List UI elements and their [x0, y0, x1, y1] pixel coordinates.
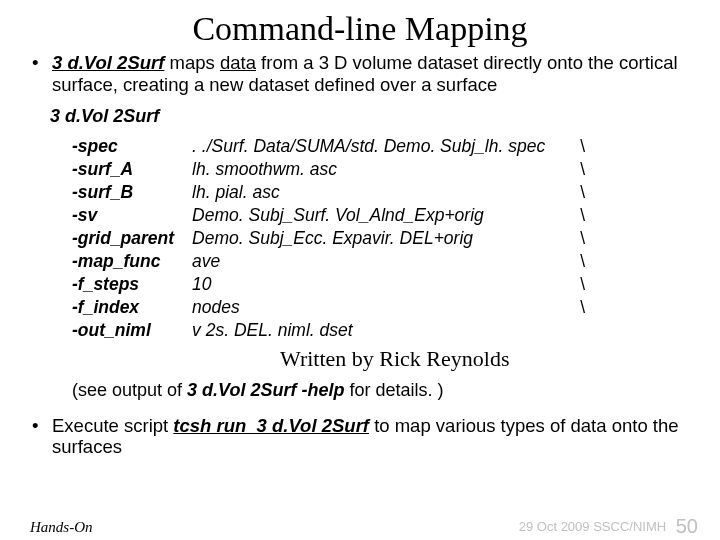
bullet-2: Execute script tcsh run_3 d.Vol 2Surf to… [32, 415, 698, 459]
table-row: -surf_Alh. smoothwm. asc\ [72, 158, 585, 181]
slide-title: Command-line Mapping [0, 10, 720, 48]
see-output-line: (see output of 3 d.Vol 2Surf -help for d… [72, 380, 720, 401]
command-table: -spec. ./Surf. Data/SUMA/std. Demo. Subj… [72, 135, 585, 342]
see-pre: (see output of [72, 380, 187, 400]
flag: -spec [72, 135, 192, 158]
bullet-list-2: Execute script tcsh run_3 d.Vol 2Surf to… [32, 415, 698, 459]
line-continuation [569, 319, 585, 342]
flag-value: lh. pial. asc [192, 181, 569, 204]
footer-left: Hands-On [30, 519, 93, 536]
table-row: -spec. ./Surf. Data/SUMA/std. Demo. Subj… [72, 135, 585, 158]
line-continuation: \ [569, 158, 585, 181]
b1-data: data [220, 52, 256, 73]
bullet-list: 3 d.Vol 2Surf maps data from a 3 D volum… [32, 52, 698, 96]
flag-value: . ./Surf. Data/SUMA/std. Demo. Subj_lh. … [192, 135, 569, 158]
flag-value: Demo. Subj_Surf. Vol_Alnd_Exp+orig [192, 204, 569, 227]
table-row: -map_funcave\ [72, 250, 585, 273]
flag-value: nodes [192, 296, 569, 319]
table-row: -grid_parentDemo. Subj_Ecc. Expavir. DEL… [72, 227, 585, 250]
flag-value: Demo. Subj_Ecc. Expavir. DEL+orig [192, 227, 569, 250]
flag-value: 10 [192, 273, 569, 296]
table-row: -f_indexnodes\ [72, 296, 585, 319]
line-continuation: \ [569, 227, 585, 250]
command-head: 3 d.Vol 2Surf [50, 106, 720, 127]
page-number: 50 [676, 515, 698, 537]
flag: -surf_A [72, 158, 192, 181]
see-cmd: 3 d.Vol 2Surf -help [187, 380, 344, 400]
flag: -out_niml [72, 319, 192, 342]
flag-value: ave [192, 250, 569, 273]
b2-script: tcsh run_3 d.Vol 2Surf [173, 415, 369, 436]
see-post: for details. ) [344, 380, 443, 400]
footer-date: 29 Oct 2009 SSCC/NIMH [519, 519, 666, 534]
line-continuation: \ [569, 296, 585, 319]
table-row: -svDemo. Subj_Surf. Vol_Alnd_Exp+orig\ [72, 204, 585, 227]
flag: -f_steps [72, 273, 192, 296]
flag: -sv [72, 204, 192, 227]
flag: -grid_parent [72, 227, 192, 250]
table-row: -f_steps10\ [72, 273, 585, 296]
author-line: Written by Rick Reynolds [280, 346, 720, 372]
line-continuation: \ [569, 135, 585, 158]
line-continuation: \ [569, 273, 585, 296]
line-continuation: \ [569, 250, 585, 273]
table-row: -out_nimlv 2s. DEL. niml. dset [72, 319, 585, 342]
b2-pre: Execute script [52, 415, 173, 436]
cmd-name-1: 3 d.Vol 2Surf [52, 52, 164, 73]
command-block: 3 d.Vol 2Surf -spec. ./Surf. Data/SUMA/s… [50, 106, 720, 342]
line-continuation: \ [569, 181, 585, 204]
slide: Command-line Mapping 3 d.Vol 2Surf maps … [0, 10, 720, 540]
flag: -map_func [72, 250, 192, 273]
flag: -surf_B [72, 181, 192, 204]
line-continuation: \ [569, 204, 585, 227]
table-row: -surf_Blh. pial. asc\ [72, 181, 585, 204]
bullet-1: 3 d.Vol 2Surf maps data from a 3 D volum… [32, 52, 698, 96]
flag-value: v 2s. DEL. niml. dset [192, 319, 569, 342]
flag-value: lh. smoothwm. asc [192, 158, 569, 181]
b1-t1: maps [164, 52, 220, 73]
footer-right: 29 Oct 2009 SSCC/NIMH 50 [519, 515, 698, 538]
flag: -f_index [72, 296, 192, 319]
